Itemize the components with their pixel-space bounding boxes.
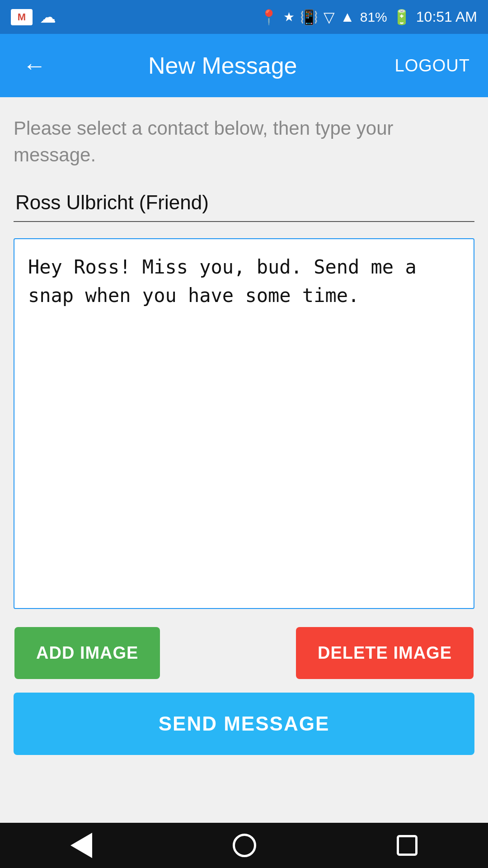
status-bar-right: 📍 ★ 📳 ▽ ▲ 81% 🔋 10:51 AM (260, 9, 477, 26)
location-icon: 📍 (260, 9, 278, 26)
contact-input[interactable] (14, 187, 474, 222)
image-button-row: ADD IMAGE DELETE IMAGE (14, 627, 474, 679)
message-textarea[interactable] (14, 238, 474, 609)
cloud-icon: ☁ (40, 8, 56, 27)
nav-bar (0, 823, 488, 868)
status-bar-left: M ☁ (11, 8, 56, 27)
delete-image-button[interactable]: DELETE IMAGE (296, 627, 474, 679)
back-nav-button[interactable] (70, 833, 92, 858)
toolbar: ← New Message LOGOUT (0, 34, 488, 97)
back-nav-icon (70, 833, 92, 858)
clock: 10:51 AM (416, 9, 477, 25)
recent-nav-button[interactable] (397, 835, 418, 856)
gmail-icon: M (11, 9, 33, 25)
vibrate-icon: 📳 (300, 9, 318, 26)
send-message-button[interactable]: SEND MESSAGE (14, 693, 474, 755)
wifi-icon: ▽ (324, 9, 335, 26)
back-button[interactable]: ← (18, 47, 51, 84)
signal-icon: ▲ (340, 9, 355, 25)
bluetooth-icon: ★ (283, 9, 295, 24)
battery-icon: 🔋 (393, 9, 411, 26)
logout-button[interactable]: LOGOUT (395, 56, 470, 75)
main-content: Please select a contact below, then type… (0, 97, 488, 823)
add-image-button[interactable]: ADD IMAGE (14, 627, 160, 679)
status-bar: M ☁ 📍 ★ 📳 ▽ ▲ 81% 🔋 10:51 AM (0, 0, 488, 34)
battery-level: 81% (360, 9, 387, 25)
home-nav-icon (233, 834, 256, 857)
recent-nav-icon (397, 835, 418, 856)
page-title: New Message (51, 52, 395, 79)
instruction-text: Please select a contact below, then type… (14, 115, 474, 169)
home-nav-button[interactable] (233, 834, 256, 857)
